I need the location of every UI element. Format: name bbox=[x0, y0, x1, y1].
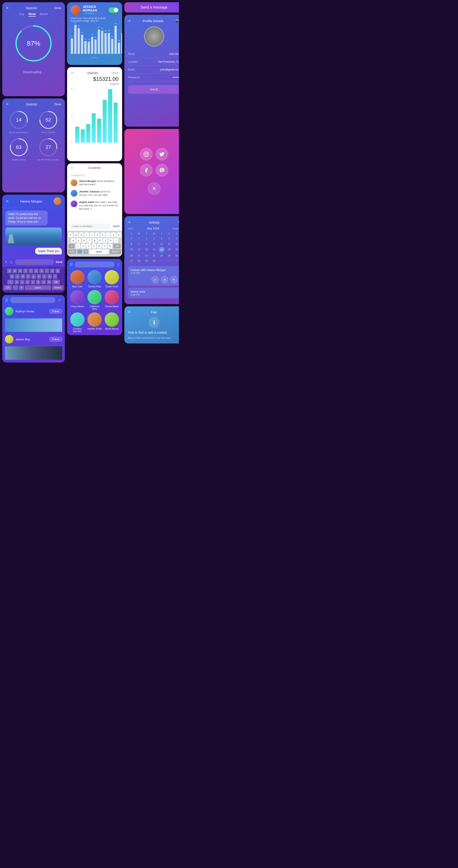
cal-day-16[interactable]: 16 bbox=[151, 247, 158, 253]
tab-day[interactable]: Day bbox=[19, 12, 24, 17]
cal-day-10[interactable]: 10 bbox=[158, 242, 165, 246]
cal-day-7[interactable]: 7 bbox=[135, 242, 143, 246]
key-d[interactable]: d bbox=[21, 274, 25, 279]
cal-day-22[interactable]: 22 bbox=[143, 253, 150, 258]
people-menu-icon[interactable]: ☰ bbox=[70, 262, 73, 267]
key-o[interactable]: o bbox=[50, 269, 55, 273]
cal-day-27[interactable]: 27 bbox=[128, 258, 135, 264]
cal-day-26[interactable]: 26 bbox=[173, 253, 179, 258]
key-a[interactable]: a bbox=[10, 274, 14, 279]
key-b[interactable]: b bbox=[36, 280, 40, 284]
people-search-input[interactable] bbox=[75, 261, 115, 268]
wkey-r[interactable]: r bbox=[84, 232, 89, 237]
wkey-i[interactable]: i bbox=[106, 232, 110, 237]
wkey-f[interactable]: f bbox=[87, 238, 92, 243]
cal-day-25[interactable]: 25 bbox=[166, 253, 173, 258]
iot-toggle[interactable] bbox=[109, 7, 119, 13]
comments-close-icon[interactable]: ✕ bbox=[71, 166, 73, 169]
cal-day-9[interactable]: 9 bbox=[151, 242, 158, 246]
chat-close-icon[interactable]: ✕ bbox=[6, 199, 9, 204]
follow-button-kathryn[interactable]: Follow bbox=[49, 309, 62, 313]
key-g[interactable]: g bbox=[31, 274, 36, 279]
wkey-b[interactable]: b bbox=[97, 244, 101, 248]
wkey-space[interactable]: space bbox=[89, 249, 109, 254]
wkey-z[interactable]: z bbox=[75, 244, 80, 248]
cal-day-1[interactable]: 1 bbox=[143, 236, 150, 241]
person-cell-6[interactable]: Christina Sanchez bbox=[70, 312, 85, 333]
done-button[interactable]: Done bbox=[54, 6, 61, 10]
cal-day-18[interactable]: 18 bbox=[166, 247, 173, 253]
cal-day-12[interactable]: 12 bbox=[173, 242, 179, 246]
profile-close-icon[interactable]: ✕ bbox=[128, 19, 131, 23]
tab-month[interactable]: Month bbox=[40, 12, 48, 17]
key-t[interactable]: t bbox=[29, 269, 33, 273]
person-cell-0[interactable]: Mary Cole bbox=[70, 270, 85, 288]
key-mic[interactable]: 🎙 bbox=[19, 285, 24, 290]
revenue-done[interactable]: Done bbox=[111, 71, 119, 74]
comment-input-field[interactable] bbox=[70, 223, 111, 229]
wkey-w[interactable]: w bbox=[73, 232, 78, 237]
key-z[interactable]: z bbox=[14, 280, 19, 284]
instagram-button[interactable] bbox=[140, 148, 153, 160]
cal-year-prev[interactable]: 2017 bbox=[128, 227, 133, 230]
cal-day-30-prev[interactable]: 30 bbox=[128, 236, 135, 241]
wkey-h[interactable]: h bbox=[98, 238, 102, 243]
add-icon[interactable]: + bbox=[5, 260, 7, 265]
cal-day-29[interactable]: 29 bbox=[143, 258, 150, 264]
cal-day-20[interactable]: 20 bbox=[128, 253, 135, 258]
activity-add-icon[interactable]: + bbox=[177, 220, 179, 225]
wkey-l[interactable]: l bbox=[114, 238, 118, 243]
close-icon[interactable]: ✕ bbox=[6, 6, 9, 10]
pinterest-button[interactable] bbox=[156, 164, 168, 177]
person-cell-4[interactable]: Catherine Sims bbox=[87, 290, 102, 310]
close-icon-2[interactable]: ✕ bbox=[6, 102, 9, 106]
wkey-g[interactable]: g bbox=[92, 238, 97, 243]
key-123[interactable]: 123 bbox=[4, 285, 12, 290]
tab-week[interactable]: Week bbox=[28, 12, 36, 17]
key-s[interactable]: s bbox=[15, 274, 20, 279]
cal-day-5[interactable]: 5 bbox=[173, 236, 179, 241]
wkey-globe[interactable]: 🌐 bbox=[77, 249, 83, 254]
cal-day-4[interactable]: 4 bbox=[166, 236, 173, 241]
person-cell-2[interactable]: Susan Grant bbox=[104, 270, 120, 288]
wkey-o[interactable]: o bbox=[111, 232, 116, 237]
wkey-j[interactable]: j bbox=[103, 238, 107, 243]
key-c[interactable]: c bbox=[25, 280, 30, 284]
cal-day-2-next[interactable]: 2 bbox=[166, 258, 173, 264]
wkey-n[interactable]: n bbox=[102, 244, 107, 248]
key-backspace[interactable]: ⌫ bbox=[52, 280, 60, 284]
person-cell-3[interactable]: Cheryl Morris bbox=[70, 290, 85, 310]
key-space[interactable]: space bbox=[25, 285, 51, 290]
cal-day-24[interactable]: 24 bbox=[158, 253, 165, 258]
key-w[interactable]: w bbox=[12, 269, 17, 273]
social-close-button[interactable]: ✕ bbox=[148, 182, 160, 195]
key-j[interactable]: j bbox=[42, 274, 46, 279]
wkey-s[interactable]: s bbox=[76, 238, 81, 243]
wkey-v[interactable]: v bbox=[92, 244, 96, 248]
key-shift[interactable]: ⇧ bbox=[7, 280, 14, 284]
cal-day-1-next[interactable]: 1 bbox=[158, 258, 165, 264]
follow-button-janice[interactable]: Follow bbox=[49, 337, 62, 341]
cal-day-17-today[interactable]: 17 bbox=[159, 247, 165, 253]
cal-day-15[interactable]: 15 bbox=[143, 247, 150, 253]
cal-year-next[interactable]: August bbox=[173, 227, 179, 230]
card-send-message[interactable]: Send a message bbox=[124, 2, 179, 12]
cal-day-6[interactable]: 6 bbox=[128, 242, 135, 246]
menu-icon[interactable]: ☰ bbox=[5, 298, 8, 302]
event-cancel-button[interactable]: ✕ bbox=[161, 276, 168, 283]
key-q[interactable]: q bbox=[7, 269, 12, 273]
cal-day-14[interactable]: 14 bbox=[135, 247, 143, 253]
people-cart-icon[interactable]: 🛒 bbox=[116, 262, 121, 267]
wkey-search[interactable]: Search bbox=[109, 249, 121, 254]
done-button-2[interactable]: Done bbox=[54, 102, 61, 106]
person-cell-7[interactable]: Heather Smith bbox=[87, 312, 102, 333]
wkey-y[interactable]: y bbox=[95, 232, 100, 237]
key-l[interactable]: l bbox=[53, 274, 57, 279]
revenue-close-icon[interactable]: ✕ bbox=[71, 71, 73, 75]
person-cell-5[interactable]: Rachel Baker bbox=[104, 290, 120, 310]
key-x[interactable]: x bbox=[20, 280, 24, 284]
cal-day-31-prev[interactable]: 31 bbox=[135, 236, 143, 241]
wkey-q[interactable]: q bbox=[68, 232, 73, 237]
cal-day-3-next[interactable]: 3 bbox=[173, 258, 179, 264]
key-f[interactable]: f bbox=[26, 274, 30, 279]
